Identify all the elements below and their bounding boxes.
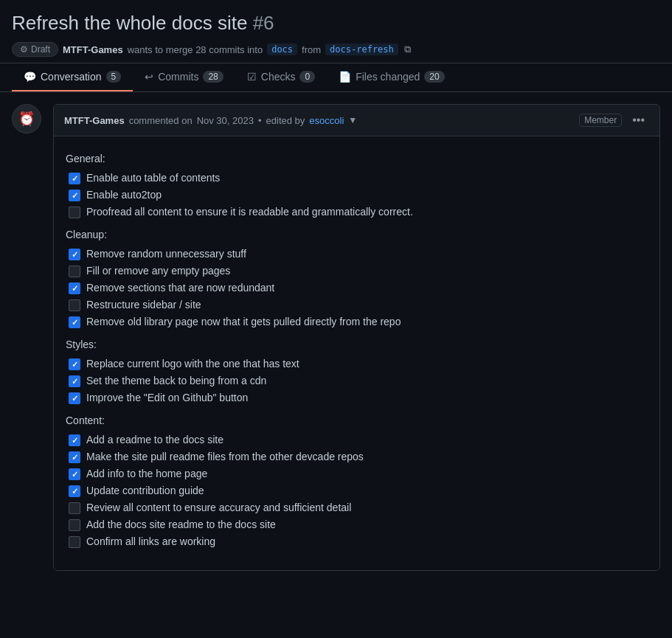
checkbox-content-2[interactable] <box>69 468 80 480</box>
page-header: Refresh the whole docs site #6 ⚙ Draft M… <box>0 0 672 63</box>
tab-commits-count: 28 <box>203 71 223 83</box>
comment-action: commented on <box>129 115 193 126</box>
checkbox-content-4[interactable] <box>69 502 80 514</box>
item-text: Add info to the home page <box>86 468 207 479</box>
checklist-general: Enable auto table of contents Enable aut… <box>69 172 648 218</box>
item-text: Make the site pull readme files from the… <box>86 451 364 462</box>
list-item: Enable auto table of contents <box>69 172 648 184</box>
tabs-bar: 💬 Conversation 5 ↩ Commits 28 ☑ Checks 0… <box>0 63 672 92</box>
tab-conversation[interactable]: 💬 Conversation 5 <box>12 63 133 91</box>
header-right: Member ••• <box>579 112 649 128</box>
tab-commits[interactable]: ↩ Commits 28 <box>133 63 235 91</box>
checkbox-cleanup-4[interactable] <box>69 316 80 328</box>
files-icon: 📄 <box>339 71 351 83</box>
item-text: Proofread all content to ensure it is re… <box>86 206 413 218</box>
tab-commits-label: Commits <box>158 71 198 83</box>
checkbox-content-0[interactable] <box>69 434 80 446</box>
role-badge: Member <box>579 114 622 127</box>
item-text: Remove random unnecessary stuff <box>86 248 246 260</box>
checkbox-cleanup-0[interactable] <box>69 249 80 260</box>
pr-author[interactable]: MTFT-Games <box>63 44 123 55</box>
tab-checks[interactable]: ☑ Checks 0 <box>235 63 327 91</box>
item-text: Remove old library page now that it gets… <box>86 316 401 327</box>
list-item: Enable auto2top <box>69 189 648 201</box>
checkbox-content-5[interactable] <box>69 519 80 531</box>
item-text: Enable auto2top <box>86 189 162 201</box>
checkbox-general-1[interactable] <box>69 190 80 201</box>
list-item: Update contribution guide <box>69 485 648 497</box>
item-text: Update contribution guide <box>86 485 204 496</box>
comment-editor[interactable]: esoccoli <box>309 115 344 126</box>
tab-checks-label: Checks <box>261 71 296 83</box>
checkbox-cleanup-3[interactable] <box>69 299 80 311</box>
copy-icon[interactable]: ⧉ <box>404 44 411 55</box>
section-content-title: Content: <box>66 415 648 426</box>
comment-date: Nov 30, 2023 <box>197 115 254 126</box>
list-item: Add a readme to the docs site <box>69 434 648 446</box>
item-text: Restructure sidebar / site <box>86 299 201 311</box>
main-content: ⏰ MTFT-Games commented on Nov 30, 2023 •… <box>0 92 672 583</box>
list-item: Remove random unnecessary stuff <box>69 248 648 260</box>
list-item: Add the docs site readme to the docs sit… <box>69 519 648 531</box>
pr-title-text: Refresh the whole docs site <box>12 12 247 34</box>
list-item: Proofread all content to ensure it is re… <box>69 206 648 218</box>
list-item: Confirm all links are working <box>69 535 648 548</box>
tab-conversation-count: 5 <box>106 71 122 83</box>
target-branch[interactable]: docs <box>267 44 297 55</box>
list-item: Remove old library page now that it gets… <box>69 316 648 328</box>
checkbox-styles-1[interactable] <box>69 375 80 387</box>
item-text: Add the docs site readme to the docs sit… <box>86 519 276 530</box>
checkbox-content-3[interactable] <box>69 485 80 497</box>
section-cleanup-title: Cleanup: <box>66 229 648 240</box>
conversation-icon: 💬 <box>24 71 36 83</box>
tab-files-label: Files changed <box>356 71 420 83</box>
more-options-button[interactable]: ••• <box>628 112 649 128</box>
comment-author[interactable]: MTFT-Games <box>64 115 125 126</box>
pr-subtitle: ⚙ Draft MTFT-Games wants to merge 28 com… <box>12 42 660 57</box>
avatar: ⏰ <box>12 104 41 134</box>
item-text: Enable auto table of contents <box>86 172 220 184</box>
section-general-title: General: <box>66 153 648 164</box>
comment-header-left: MTFT-Games commented on Nov 30, 2023 • e… <box>64 115 357 126</box>
checkbox-general-2[interactable] <box>69 207 80 218</box>
checkbox-styles-2[interactable] <box>69 392 80 404</box>
draft-icon: ⚙ <box>20 44 28 55</box>
source-branch[interactable]: docs-refresh <box>325 44 398 55</box>
item-text: Set the theme back to being from a cdn <box>86 375 266 386</box>
checkbox-cleanup-2[interactable] <box>69 282 80 294</box>
list-item: Improve the "Edit on Github" button <box>69 392 648 404</box>
tab-files-changed[interactable]: 📄 Files changed 20 <box>327 63 457 91</box>
commits-icon: ↩ <box>145 71 153 83</box>
list-item: Review all content to ensure accuracy an… <box>69 502 648 514</box>
list-item: Add info to the home page <box>69 468 648 480</box>
section-content: Content: Add a readme to the docs site M… <box>66 415 648 548</box>
tab-checks-count: 0 <box>299 71 315 83</box>
list-item: Remove sections that are now redundant <box>69 282 648 294</box>
checkbox-content-1[interactable] <box>69 451 80 463</box>
list-item: Replace current logo with the one that h… <box>69 358 648 370</box>
tab-files-count: 20 <box>424 71 444 83</box>
list-item: Make the site pull readme files from the… <box>69 451 648 463</box>
checks-icon: ☑ <box>247 71 257 83</box>
pr-title: Refresh the whole docs site #6 <box>12 12 660 35</box>
tab-conversation-label: Conversation <box>41 71 102 83</box>
checklist-cleanup: Remove random unnecessary stuff Fill or … <box>69 248 648 328</box>
comment-header: MTFT-Games commented on Nov 30, 2023 • e… <box>54 105 659 136</box>
checkbox-general-0[interactable] <box>69 173 80 184</box>
list-item: Restructure sidebar / site <box>69 299 648 311</box>
section-styles: Styles: Replace current logo with the on… <box>66 339 648 404</box>
checkbox-styles-0[interactable] <box>69 358 80 370</box>
checkbox-cleanup-1[interactable] <box>69 266 80 277</box>
section-styles-title: Styles: <box>66 339 648 350</box>
list-item: Set the theme back to being from a cdn <box>69 375 648 387</box>
section-general: General: Enable auto table of contents E… <box>66 153 648 218</box>
draft-badge: ⚙ Draft <box>12 42 58 57</box>
checkbox-content-6[interactable] <box>69 536 80 548</box>
status-text: Draft <box>31 44 50 55</box>
checklist-content: Add a readme to the docs site Make the s… <box>69 434 648 548</box>
section-cleanup: Cleanup: Remove random unnecessary stuff… <box>66 229 648 328</box>
list-item: Fill or remove any empty pages <box>69 265 648 277</box>
item-text: Review all content to ensure accuracy an… <box>86 502 351 513</box>
merge-text: wants to merge 28 commits into <box>128 44 263 55</box>
item-text: Replace current logo with the one that h… <box>86 358 299 370</box>
